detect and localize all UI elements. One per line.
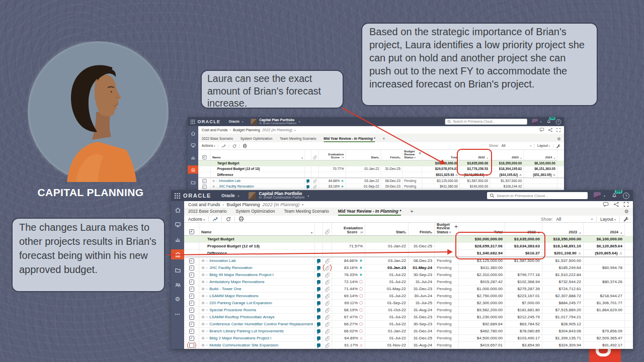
cell-finish[interactable]: 31-Jul-25 [409, 300, 435, 306]
cell-select[interactable] [184, 300, 199, 306]
cell-start[interactable] [365, 250, 409, 256]
table-row[interactable]: ⊕∴Special Procedure Rooms68.19%01-Oct-22… [184, 307, 633, 314]
cell-project-name[interactable]: ⊕∴220 Parking Garage Lot Expansion [199, 300, 315, 306]
table-row[interactable]: ⊕∴JHC Facility Renovation83.16%★01-Sep-2… [198, 184, 564, 190]
cell-2024[interactable]: $2,509,365.47 [584, 335, 625, 341]
sidebar-item-projects[interactable] [171, 266, 184, 274]
column-header-total[interactable]: Total [459, 223, 505, 236]
cell-start[interactable] [365, 236, 409, 242]
column-header-y2022[interactable]: 2022◄ [505, 223, 542, 236]
cell-finish[interactable]: 31-Dec-25 [409, 243, 435, 249]
target-budget-row[interactable]: Target Budget$30,000,000.00$3,635,000.00… [184, 236, 633, 243]
cell-2022[interactable]: $799,777.16 [505, 272, 542, 278]
expand-row-icon[interactable]: ⊕ [201, 336, 205, 340]
search-input[interactable]: Search in Primavera Cloud... [445, 119, 527, 124]
tab-2022-base-scenario[interactable]: 2022 Base Scenario [188, 209, 227, 216]
cell-2023[interactable]: $884,245.77 [542, 300, 584, 306]
sidebar-item-capital-planning[interactable] [188, 165, 198, 173]
cell-2024[interactable]: $6,100,000.00 [524, 160, 557, 166]
cell-start[interactable]: 01-Jul-22 [365, 335, 409, 341]
cell-2022[interactable]: $616.37 [505, 250, 542, 256]
refresh-button[interactable] [232, 144, 236, 148]
refresh-button[interactable] [225, 216, 231, 222]
cell-select[interactable] [184, 243, 199, 249]
column-header-clip[interactable] [311, 150, 319, 160]
column-header-y2023[interactable]: 2023◄ [542, 223, 584, 236]
breadcrumb-cost-and-funds[interactable]: Cost and Funds [188, 202, 220, 207]
cell-2024[interactable]: $80,374.26 [584, 279, 625, 285]
cell-project-name[interactable]: ⊕∴Bldg 99 Major Renovations Project I [199, 272, 315, 278]
notifications-button[interactable]: 399 [546, 119, 551, 124]
fullscreen-button[interactable] [556, 128, 561, 132]
expand-row-icon[interactable]: ⊕ [201, 273, 205, 277]
cell-clip[interactable] [323, 314, 332, 320]
cell-score[interactable] [332, 236, 365, 242]
cell-2022[interactable]: $3,635,000.00 [505, 236, 542, 242]
sidebar-item-home[interactable] [188, 130, 198, 136]
context-switcher[interactable]: Oracle [229, 120, 240, 124]
fullscreen-button[interactable] [623, 202, 629, 207]
cell-2022[interactable]: $3,635,000.00 [460, 160, 490, 166]
column-header-finish[interactable]: Finish ▾ [381, 150, 403, 160]
cell-clip[interactable] [311, 178, 319, 184]
add-column-button[interactable]: + [419, 150, 422, 156]
cell-chat[interactable] [315, 342, 323, 348]
column-header-total[interactable]: Total [422, 150, 460, 160]
cell-label[interactable]: Target Budget [199, 236, 315, 242]
row-checkbox[interactable] [202, 179, 206, 183]
cell-clip[interactable] [323, 257, 332, 264]
comment-icon[interactable] [306, 179, 309, 183]
cell-score[interactable]: 69.14% [332, 293, 365, 299]
plan-status-dropdown[interactable]: 2022 (In Planning) [262, 128, 292, 132]
expand-row-icon[interactable]: ⊕ [212, 179, 215, 183]
cell-status[interactable]: Pending [435, 293, 459, 299]
cell-score[interactable] [319, 172, 346, 177]
column-header-chat[interactable] [315, 223, 323, 236]
print-button[interactable] [243, 144, 247, 148]
cell-chat[interactable] [315, 328, 323, 334]
app-launcher-icon[interactable] [191, 119, 195, 124]
table-row[interactable]: ⊕∴Innovation Lab84.66%★03-Jan-2208-Dec-2… [184, 257, 633, 264]
sidebar-item-workspaces[interactable] [188, 142, 198, 148]
comment-icon[interactable] [317, 301, 320, 305]
table-row[interactable]: ⊕∴Ambulatory Major Renovations72.14%01-J… [184, 279, 633, 286]
column-header-y2023[interactable]: 2023◄ [490, 150, 524, 160]
cell-2024[interactable]: $218,944.27 [584, 293, 625, 299]
expand-row-icon[interactable]: ⊕ [212, 185, 215, 188]
cell-select[interactable] [184, 279, 199, 285]
cell-status[interactable]: Pending [435, 272, 459, 278]
expand-row-icon[interactable]: ⊕ [201, 287, 205, 291]
cell-clip[interactable] [323, 286, 332, 292]
cell-select[interactable] [184, 250, 199, 256]
cell-2024[interactable]: $6,100,000.00 [584, 236, 625, 242]
cell-total[interactable]: $92,689.64 [459, 321, 505, 327]
cell-2023[interactable]: $304,843.06 [542, 328, 584, 334]
select-all-checkbox[interactable] [189, 229, 194, 234]
cell-project-name[interactable]: ⊕∴Bldg 2 Major Renovations Project I [199, 335, 315, 341]
table-row[interactable]: ⊕∴Conference Center Humidifier Control P… [184, 321, 633, 328]
comment-icon[interactable] [317, 315, 320, 319]
cell-status[interactable]: Pending [435, 328, 459, 334]
cell-2022[interactable]: $78,080.85 [505, 328, 542, 334]
cell-total[interactable]: $29,078,974.07 [422, 166, 460, 172]
difference-row[interactable]: Difference$921,025.93⚠($143,258.53)⚠($44… [198, 172, 564, 178]
cell-2023[interactable]: $18,350,000.00 [490, 160, 524, 166]
cell-start[interactable]: 03-Jan-22 [346, 178, 381, 184]
cell-2023[interactable]: $201,108.90⚠ [542, 250, 584, 256]
comments-button[interactable] [603, 202, 609, 208]
cell-2023[interactable]: $18,394,195.82 [490, 166, 524, 172]
cell-clip[interactable] [323, 236, 332, 242]
cell-status[interactable]: Pending [435, 279, 459, 285]
cell-select[interactable] [184, 342, 199, 348]
tab-mid-year-review[interactable]: Mid Year Review - In Planning * [338, 209, 401, 216]
cell-total[interactable]: $9,562,200.00 [459, 307, 505, 313]
table-row[interactable]: ⊕∴JHC Facility Renovation83.16%★03-Jan-2… [184, 264, 633, 272]
wrench-icon[interactable] [623, 216, 629, 222]
cell-chat[interactable] [305, 172, 311, 177]
cell-project-name[interactable]: ⊕∴Innovation Lab [199, 257, 315, 264]
sidebar-item-settings[interactable]: ⚙ [171, 295, 184, 303]
table-row[interactable]: ⊕∴Branch Library Parking Lot Improvement… [184, 328, 633, 335]
cell-2023[interactable]: $7,515,889.20 [542, 307, 584, 313]
table-row[interactable]: ⊕∴Mobile Communication Site Expansion61.… [184, 342, 633, 349]
cell-clip[interactable] [323, 335, 332, 341]
